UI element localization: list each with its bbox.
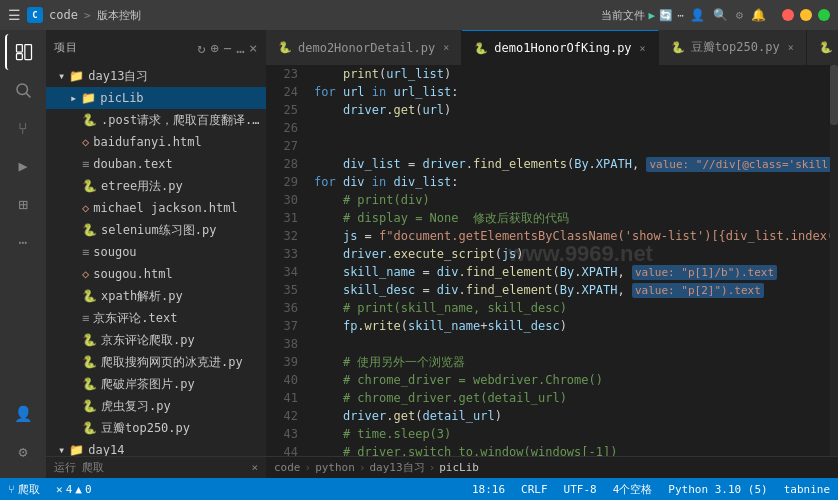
chevron-down-icon: ▾ bbox=[58, 443, 65, 456]
code-line: # chrome_driver.get(detail_url) bbox=[314, 389, 830, 407]
tab-close-btn[interactable]: × bbox=[640, 43, 646, 54]
sidebar-collapse-icon[interactable]: − bbox=[223, 40, 232, 56]
tree-item-selenium-img[interactable]: 🐍 selenium练习图.py bbox=[46, 219, 266, 241]
breadcrumb: code › python › day13自习 › picLib bbox=[266, 456, 838, 478]
settings-icon-title[interactable]: ⚙ bbox=[736, 8, 743, 22]
hamburger-icon[interactable]: ☰ bbox=[8, 7, 21, 23]
tree-label: baidufanyi.html bbox=[93, 135, 201, 149]
tree-item-sougou[interactable]: ≡ sougou bbox=[46, 241, 266, 263]
code-line: # print(div) bbox=[314, 191, 830, 209]
status-line-col: 18:16 bbox=[472, 483, 505, 496]
version-control[interactable]: 版本控制 bbox=[97, 8, 141, 23]
tab-demo2[interactable]: 🐍 demo2HonorDetail.py × bbox=[266, 30, 462, 65]
tree-item-sougou-crawl[interactable]: 🐍 爬取搜狗网页的冰克进.py bbox=[46, 351, 266, 373]
chevron-right-icon: ▸ bbox=[70, 91, 77, 105]
python-file-icon: 🐍 bbox=[82, 223, 97, 237]
activity-item-misc[interactable]: ⋯ bbox=[5, 224, 41, 260]
tree-item-post[interactable]: 🐍 .post请求，爬取百度翻译.py bbox=[46, 109, 266, 131]
code-line: fp.write(skill_name+skill_desc) bbox=[314, 317, 830, 335]
sidebar-bottom-bar: 运行 爬取 × bbox=[46, 456, 266, 478]
tree-item-etree[interactable]: 🐍 etree用法.py bbox=[46, 175, 266, 197]
status-plugin[interactable]: tabnine bbox=[776, 478, 838, 500]
code-line: # 使用另外一个浏览器 bbox=[314, 353, 830, 371]
tree-label: 豆瓣top250.py bbox=[101, 420, 190, 437]
activity-item-extensions[interactable]: ⊞ bbox=[5, 186, 41, 222]
tree-item-douban-top250[interactable]: 🐍 豆瓣top250.py bbox=[46, 417, 266, 439]
tree-item-bug[interactable]: 🐍 虎虫复习.py bbox=[46, 395, 266, 417]
code-content[interactable]: print(url_list) for url in url_list: dri… bbox=[306, 65, 830, 456]
status-encoding[interactable]: UTF-8 bbox=[556, 478, 605, 500]
folder-icon: 📁 bbox=[69, 69, 84, 83]
html-file-icon: ◇ bbox=[82, 201, 89, 215]
code-line bbox=[314, 335, 830, 353]
activity-item-account[interactable]: 👤 bbox=[5, 396, 41, 432]
tree-item-sougou-html[interactable]: ◇ sougou.html bbox=[46, 263, 266, 285]
sidebar-add-icon[interactable]: ⊕ bbox=[210, 40, 219, 56]
account-icon[interactable]: 👤 bbox=[690, 8, 705, 22]
status-errors[interactable]: ✕ 4 ▲ 0 bbox=[48, 478, 100, 500]
title-bar-left: ☰ C code > 版本控制 bbox=[8, 7, 595, 23]
sidebar-more-icon[interactable]: … bbox=[236, 40, 245, 56]
activity-item-debug[interactable]: ▶ bbox=[5, 148, 41, 184]
code-line: driver.execute_script(js) bbox=[314, 245, 830, 263]
search-icon-title[interactable]: 🔍 bbox=[713, 8, 728, 22]
status-crawl: 爬取 bbox=[18, 482, 40, 497]
sidebar-close-btn[interactable]: × bbox=[251, 461, 258, 474]
activity-bottom: 👤 ⚙ bbox=[5, 396, 41, 478]
activity-item-explorer[interactable] bbox=[5, 34, 41, 70]
crlf-label: CRLF bbox=[521, 483, 548, 496]
tree-item-day14[interactable]: ▾ 📁 day14 bbox=[46, 439, 266, 456]
tree-item-baidufanyi[interactable]: ◇ baidufanyi.html bbox=[46, 131, 266, 153]
tree-item-piclib[interactable]: ▸ 📁 picLib bbox=[46, 87, 266, 109]
run-icon[interactable]: ▶ bbox=[649, 9, 656, 22]
activity-item-search[interactable] bbox=[5, 72, 41, 108]
code-line: # driver.switch_to.window(windows[-1]) bbox=[314, 443, 830, 456]
notification-icon[interactable]: 🔔 bbox=[751, 8, 766, 22]
status-left: ⑂ 爬取 ✕ 4 ▲ 0 bbox=[0, 478, 100, 500]
status-git-branch[interactable]: ⑂ 爬取 bbox=[0, 478, 48, 500]
tab-bar: 🐍 demo2HonorDetail.py × 🐍 demo1HonorOfKi… bbox=[266, 30, 838, 65]
status-position[interactable]: 18:16 bbox=[464, 478, 513, 500]
tree-label: sougou bbox=[93, 245, 136, 259]
tab-close-btn[interactable]: × bbox=[788, 42, 794, 53]
activity-item-settings[interactable]: ⚙ bbox=[5, 434, 41, 470]
activity-item-git[interactable]: ⑂ bbox=[5, 110, 41, 146]
sidebar-refresh-icon[interactable]: ↻ bbox=[197, 40, 206, 56]
tab-selenium[interactable]: 🐍 selenium练习… bbox=[807, 30, 838, 65]
python-file-icon: 🐍 bbox=[82, 399, 97, 413]
python-file-icon: 🐍 bbox=[82, 421, 97, 435]
scrollbar-track[interactable] bbox=[830, 65, 838, 456]
status-line-ending[interactable]: CRLF bbox=[513, 478, 556, 500]
chevron-down-icon: ▾ bbox=[58, 69, 65, 83]
tree-item-tea[interactable]: 🐍 爬破岸茶图片.py bbox=[46, 373, 266, 395]
tree-item-douban[interactable]: ≡ douban.text bbox=[46, 153, 266, 175]
tree-item-xpath[interactable]: 🐍 xpath解析.py bbox=[46, 285, 266, 307]
sidebar-close-icon[interactable]: × bbox=[249, 40, 258, 56]
breadcrumb-day13: day13自习 bbox=[370, 460, 425, 475]
tab-close-btn[interactable]: × bbox=[443, 42, 449, 53]
code-line: js = f"document.getElementsByClassName('… bbox=[314, 227, 830, 245]
code-line: driver.get(url) bbox=[314, 101, 830, 119]
python-file-icon: 🐍 bbox=[82, 289, 97, 303]
status-language[interactable]: Python 3.10 (5) bbox=[660, 478, 775, 500]
tree-item-day13[interactable]: ▾ 📁 day13自习 bbox=[46, 65, 266, 87]
tree-item-jd-py[interactable]: 🐍 京东评论爬取.py bbox=[46, 329, 266, 351]
current-file-label: 当前文件 bbox=[601, 8, 645, 23]
scrollbar-thumb[interactable] bbox=[830, 65, 838, 125]
status-indent[interactable]: 4个空格 bbox=[605, 478, 661, 500]
tree-item-mj[interactable]: ◇ michael jackson.html bbox=[46, 197, 266, 219]
window-close-btn[interactable] bbox=[782, 9, 794, 21]
code-line: # chrome_driver = webdriver.Chrome() bbox=[314, 371, 830, 389]
language-label: Python 3.10 (5) bbox=[668, 483, 767, 496]
tree-label: 爬破岸茶图片.py bbox=[101, 376, 195, 393]
tree-item-jd-text[interactable]: ≡ 京东评论.text bbox=[46, 307, 266, 329]
tab-demo1[interactable]: 🐍 demo1HonorOfKing.py × bbox=[462, 30, 658, 65]
more-icon[interactable]: ⋯ bbox=[677, 9, 684, 22]
tab-douban[interactable]: 🐍 豆瓣top250.py × bbox=[659, 30, 807, 65]
code-line: div_list = driver.find_elements(By.XPATH… bbox=[314, 155, 830, 173]
window-minimize-btn[interactable] bbox=[800, 9, 812, 21]
tree-label: 虎虫复习.py bbox=[101, 398, 171, 415]
code-line: # display = None 修改后获取的代码 bbox=[314, 209, 830, 227]
refresh-icon[interactable]: 🔄 bbox=[659, 9, 673, 22]
window-maximize-btn[interactable] bbox=[818, 9, 830, 21]
